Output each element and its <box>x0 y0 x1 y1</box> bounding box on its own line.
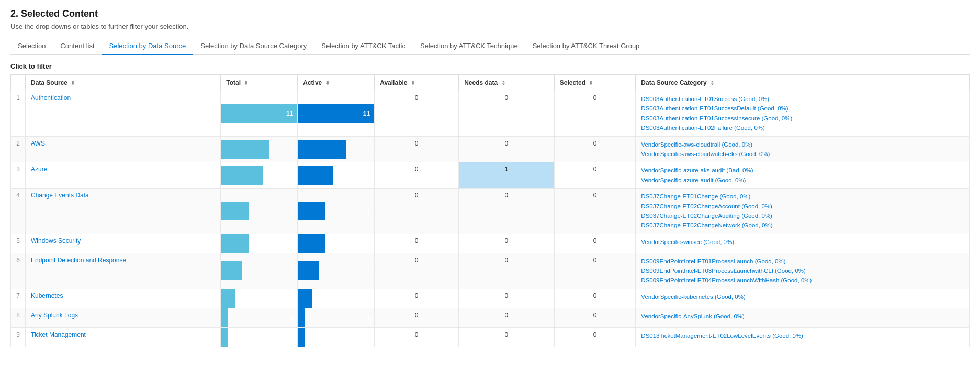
row-categories: VendorSpecific-aws-cloudtrail (Good, 0%)… <box>636 136 970 162</box>
row-categories: DS009EndPointIntel-ET01ProcessLaunch (Go… <box>636 253 970 289</box>
category-item: VendorSpecific-kubernetes (Good, 0%) <box>641 292 964 302</box>
row-total: 2 <box>221 289 298 308</box>
col-needs-data[interactable]: Needs data ⇕ <box>459 75 555 91</box>
table-row[interactable]: 6Endpoint Detection and Response33000DS0… <box>11 253 970 289</box>
col-total[interactable]: Total ⇕ <box>221 75 298 91</box>
row-data-source[interactable]: Any Splunk Logs <box>26 308 221 327</box>
row-needs-data: 0 <box>459 91 555 137</box>
row-total: 7 <box>221 136 298 162</box>
tab-by-data-source-category[interactable]: Selection by Data Source Category <box>193 38 314 55</box>
total-value: 6 <box>290 172 294 179</box>
tab-by-att-tactic[interactable]: Selection by ATT&CK Tactic <box>314 38 413 55</box>
sort-icon-cat: ⇕ <box>710 80 714 86</box>
row-num: 3 <box>11 162 26 189</box>
data-source-link[interactable]: Authentication <box>31 94 71 102</box>
data-source-link[interactable]: Azure <box>31 165 47 173</box>
row-available: 0 <box>375 308 459 327</box>
sort-icon-selected: ⇕ <box>589 80 593 86</box>
row-categories: DS037Change-ET01Change (Good, 0%)DS037Ch… <box>636 189 970 234</box>
row-total: 11 <box>221 91 298 137</box>
row-total: 4 <box>221 234 298 253</box>
category-item: DS037Change-ET01Change (Good, 0%) <box>641 192 964 201</box>
tab-by-att-technique[interactable]: Selection by ATT&CK Technique <box>413 38 525 55</box>
col-active[interactable]: Active ⇕ <box>298 75 375 91</box>
row-available: 0 <box>375 253 459 289</box>
row-selected: 0 <box>554 308 636 327</box>
category-item: DS003Authentication-ET01SuccessInsecure … <box>641 114 964 123</box>
sort-icon-avail: ⇕ <box>411 80 415 86</box>
table-row[interactable]: 2AWS77000VendorSpecific-aws-cloudtrail (… <box>11 136 970 162</box>
row-data-source[interactable]: Endpoint Detection and Response <box>26 253 221 289</box>
total-value: 4 <box>290 240 294 247</box>
table-row[interactable]: 1Authentication1111000DS003Authenticatio… <box>11 91 970 137</box>
tab-selection[interactable]: Selection <box>10 38 53 55</box>
table-row[interactable]: 7Kubernetes22000VendorSpecific-kubernete… <box>11 289 970 308</box>
row-data-source[interactable]: Change Events Data <box>26 189 221 234</box>
row-data-source[interactable]: Windows Security <box>26 234 221 253</box>
category-item: DS009EndPointIntel-ET03ProcessLaunchwith… <box>641 266 964 275</box>
category-item: DS003Authentication-ET01Success (Good, 0… <box>641 94 964 104</box>
row-total: 1 <box>221 308 298 327</box>
row-selected: 0 <box>554 234 636 253</box>
table-row[interactable]: 9Ticket Management11000DS013TicketManage… <box>11 327 970 347</box>
active-value: 7 <box>367 146 370 153</box>
row-active: 4 <box>298 189 375 234</box>
data-source-link[interactable]: Endpoint Detection and Response <box>31 257 126 264</box>
row-data-source[interactable]: Authentication <box>26 91 221 137</box>
table-body: 1Authentication1111000DS003Authenticatio… <box>11 91 970 347</box>
active-value: 1 <box>367 314 370 322</box>
col-data-source[interactable]: Data Source ⇕ <box>26 75 221 91</box>
row-categories: VendorSpecific-azure-aks-audit (Bad, 0%)… <box>636 162 970 189</box>
table-row[interactable]: 5Windows Security44000VendorSpecific-win… <box>11 234 970 253</box>
total-value: 3 <box>290 267 294 274</box>
col-available[interactable]: Available ⇕ <box>375 75 459 91</box>
row-data-source[interactable]: Azure <box>26 162 221 189</box>
row-needs-data: 0 <box>459 289 555 308</box>
table-header-row: Data Source ⇕ Total ⇕ Active ⇕ Available… <box>11 75 970 91</box>
total-value: 1 <box>290 334 294 341</box>
row-num: 8 <box>11 308 26 327</box>
row-active: 1 <box>298 308 375 327</box>
row-num: 1 <box>11 91 26 137</box>
row-needs-data: 0 <box>459 308 555 327</box>
tab-by-data-source[interactable]: Selection by Data Source <box>102 38 194 55</box>
row-available: 0 <box>375 162 459 189</box>
data-source-link[interactable]: Change Events Data <box>31 192 89 199</box>
row-data-source[interactable]: AWS <box>26 136 221 162</box>
row-num: 4 <box>11 189 26 234</box>
data-source-link[interactable]: Ticket Management <box>31 331 86 338</box>
row-needs-data: 0 <box>459 136 555 162</box>
col-category[interactable]: Data Source Category ⇕ <box>636 75 970 91</box>
category-item: VendorSpecific-azure-audit (Good, 0%) <box>641 175 964 185</box>
tab-content-list[interactable]: Content list <box>53 38 102 55</box>
row-total: 3 <box>221 253 298 289</box>
sort-icon-ds: ⇕ <box>71 80 75 86</box>
row-available: 0 <box>375 327 459 347</box>
row-needs-data: 0 <box>459 189 555 234</box>
data-source-link[interactable]: Kubernetes <box>31 292 63 300</box>
row-available: 0 <box>375 136 459 162</box>
category-item: DS009EndPointIntel-ET01ProcessLaunch (Go… <box>641 257 964 266</box>
data-source-link[interactable]: Windows Security <box>31 237 81 245</box>
total-value: 7 <box>290 146 294 153</box>
total-value: 11 <box>286 110 293 117</box>
category-item: VendorSpecific-aws-cloudtrail (Good, 0%) <box>641 140 964 149</box>
col-selected[interactable]: Selected ⇕ <box>554 75 636 91</box>
data-source-link[interactable]: AWS <box>31 140 45 147</box>
row-categories: VendorSpecific-winsec (Good, 0%) <box>636 234 970 253</box>
total-value: 4 <box>290 207 294 215</box>
col-num <box>11 75 26 91</box>
row-num: 7 <box>11 289 26 308</box>
tab-by-att-threat-group[interactable]: Selection by ATT&CK Threat Group <box>525 38 647 55</box>
data-source-link[interactable]: Any Splunk Logs <box>31 312 78 319</box>
row-data-source[interactable]: Kubernetes <box>26 289 221 308</box>
table-row[interactable]: 3Azure65010VendorSpecific-azure-aks-audi… <box>11 162 970 189</box>
active-value: 4 <box>367 240 370 247</box>
table-row[interactable]: 8Any Splunk Logs11000VendorSpecific-AnyS… <box>11 308 970 327</box>
row-selected: 0 <box>554 136 636 162</box>
table-row[interactable]: 4Change Events Data44000DS037Change-ET01… <box>11 189 970 234</box>
row-num: 9 <box>11 327 26 347</box>
row-active: 4 <box>298 234 375 253</box>
row-data-source[interactable]: Ticket Management <box>26 327 221 347</box>
row-available: 0 <box>375 189 459 234</box>
